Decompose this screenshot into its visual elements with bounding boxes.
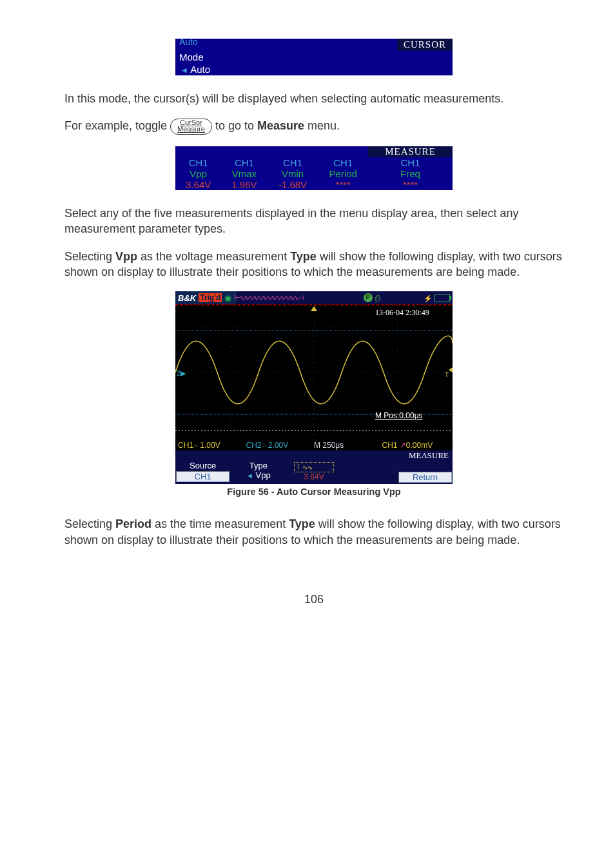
scope-logo: B&K xyxy=(178,293,196,303)
measure-menu-title: MEASURE xyxy=(368,146,453,157)
svg-text:T: T xyxy=(445,371,449,378)
measure-menu-panel: MEASURE CH1 CH1 CH1 CH1 CH1 Vpp Vmax Vmi… xyxy=(175,146,453,190)
left-arrow-icon: ◄ xyxy=(246,472,253,479)
cursor-mode-value: Auto xyxy=(190,64,210,75)
status-ch1: CH1⎓ 1.00V xyxy=(178,441,246,450)
meas-col3-val: **** xyxy=(318,179,368,190)
status-timebase: M 250μs xyxy=(314,441,382,450)
measure-label: MEASURE xyxy=(175,450,453,461)
cursor-menu-panel: Auto CURSOR Mode ◄ Auto xyxy=(175,39,453,75)
meas-col1-param: Vmax xyxy=(221,168,267,179)
status-trig: CH1 ↗0.00mV xyxy=(382,441,451,450)
menu-return[interactable]: Return xyxy=(398,461,453,484)
menu-empty xyxy=(342,461,398,484)
meas-col4-param: Freq xyxy=(368,168,453,179)
meas-col1-ch: CH1 xyxy=(221,157,267,168)
menu-type[interactable]: Type ◄ Vpp xyxy=(231,461,286,484)
meas-col4-val: **** xyxy=(368,179,453,190)
cursor-measure-toggle-button[interactable]: CurSor Measure xyxy=(170,119,212,135)
meas-col3-param: Period xyxy=(318,168,368,179)
menu-type-value: Vpp xyxy=(255,470,270,480)
svg-marker-16 xyxy=(449,367,453,372)
meas-col0-param: Vpp xyxy=(175,168,221,179)
preview-waveform-icon: ⊢∿∿∿∿∿∿∿∿∿∿∿∿∿⊣ xyxy=(234,294,360,302)
usb-icon: ⎙ xyxy=(375,293,380,303)
menu-source[interactable]: Source CH1 xyxy=(175,461,231,484)
mode-cutoff-label: Auto xyxy=(175,39,231,51)
p-icon: P xyxy=(364,293,373,302)
scope-screen: 13-06-04 2:30:49 2▶ T M Pos:0.00μs xyxy=(175,304,453,440)
meas-col1-val: 1.96V xyxy=(221,179,267,190)
paragraph-toggle: For example, toggle CurSor Measure to go… xyxy=(64,118,563,135)
cursor-menu-title: CURSOR xyxy=(397,39,453,51)
scope-timestamp: 13-06-04 2:30:49 xyxy=(375,308,429,317)
paragraph-vpp: Selecting Vpp as the voltage measurement… xyxy=(64,249,563,280)
menu-vpp-value: 3.64V xyxy=(286,472,341,481)
knob-icon: ◉ xyxy=(224,293,231,303)
menu-return-label: Return xyxy=(398,472,452,483)
meas-col2-ch: CH1 xyxy=(268,157,318,168)
status-ch2: CH2⎓ 2.00V xyxy=(246,441,315,450)
left-arrow-icon: ◄ xyxy=(179,66,188,75)
meas-col0-val: 3.64V xyxy=(175,179,221,190)
meas-col2-param: Vmin xyxy=(268,168,318,179)
figure-56-scope: B&K Trig'd ◉ ⊢∿∿∿∿∿∿∿∿∿∿∿∿∿⊣ P ⎙ ⚡ xyxy=(175,291,453,484)
mpos-label: M Pos:0.00μs xyxy=(375,411,423,420)
meas-col4-ch: CH1 xyxy=(368,157,453,168)
meas-col0-ch: CH1 xyxy=(175,157,221,168)
paragraph-select: Select any of the five measurements disp… xyxy=(64,206,563,237)
menu-vpp-icon-col[interactable]: ↕ ∿∿ 3.64V xyxy=(286,461,342,484)
menu-source-value: CH1 xyxy=(176,471,229,482)
battery-icon: ⚡ xyxy=(434,294,450,302)
paragraph-period: Selecting Period as the time measurement… xyxy=(64,516,563,548)
svg-marker-12 xyxy=(311,306,317,311)
paragraph-intro: In this mode, the cursor(s) will be disp… xyxy=(64,91,563,106)
cursor-mode-label: Mode xyxy=(175,51,231,63)
page-number: 106 xyxy=(64,593,563,606)
meas-col2-val: -1.68V xyxy=(268,179,318,190)
svg-text:2▶: 2▶ xyxy=(177,369,186,377)
meas-col3-ch: CH1 xyxy=(318,157,368,168)
figure-56-caption: Figure 56 - Auto Cursor Measuring Vpp xyxy=(64,487,563,497)
trigd-indicator: Trig'd xyxy=(199,293,222,302)
